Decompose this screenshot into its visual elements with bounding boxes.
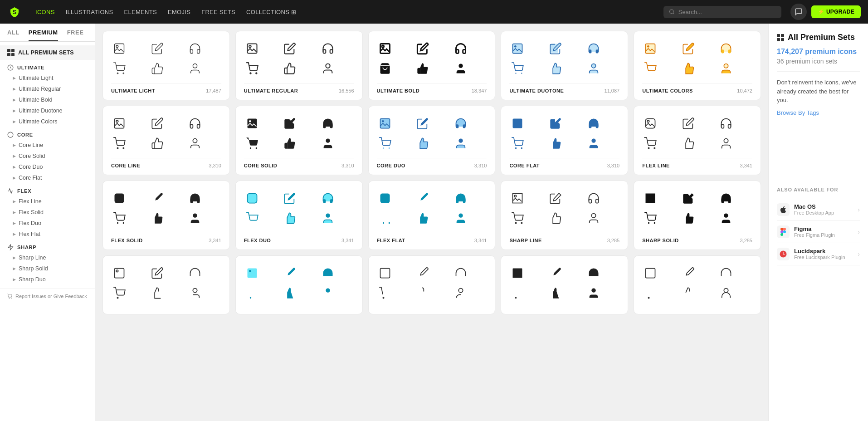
nav-emojis[interactable]: EMOJIS [163,6,195,18]
sidebar-item-core-duo[interactable]: ▶ Core Duo [0,162,95,172]
svg-point-84 [515,297,517,299]
upgrade-button[interactable]: ⚡ UPGRADE [811,5,861,18]
card-icon [282,135,298,152]
sidebar-section-core[interactable]: CORE [0,127,95,140]
card-icon [377,265,393,281]
card-icon [414,190,431,206]
card-icon [642,135,658,152]
svg-rect-76 [247,269,257,278]
card-count: 11,087 [605,88,620,93]
card-core-solid[interactable]: CORE SOLID 3,310 [235,106,363,175]
nav-icons[interactable]: ICONS [31,6,59,18]
svg-point-10 [123,73,124,73]
card-row4-4[interactable] [501,255,628,314]
card-ultimate-light[interactable]: ULTIMATE LIGHT 17,487 [102,31,230,100]
nav-collections[interactable]: COLLECTIONS ⊞ [242,6,301,18]
sidebar-report[interactable]: Report Issues or Give Feedback [0,289,95,304]
card-icon [547,115,564,132]
sidebar-item-sharp-duo[interactable]: ▶ Sharp Duo [0,274,95,285]
browse-tags-link[interactable]: Browse By Tags [777,109,860,116]
tab-free[interactable]: FREE [67,29,84,41]
card-icon [547,190,564,206]
card-icon [509,40,526,57]
card-icon [320,265,336,281]
sidebar-section-sharp[interactable]: SHARP [0,240,95,252]
sidebar-item-core-line[interactable]: ▶ Core Line [0,140,95,151]
platform-lucidspark[interactable]: Lucidspark Free Lucidspark Plugin › [777,243,860,265]
card-core-line[interactable]: CORE LINE 3,310 [102,106,230,175]
card-row4-2[interactable] [235,255,363,314]
svg-point-33 [193,139,197,143]
sidebar-item-core-flat[interactable]: ▶ Core Flat [0,172,95,183]
tab-all[interactable]: ALL [7,29,20,41]
card-ultimate-colors[interactable]: ULTIMATE COLORS 10,472 [634,31,761,100]
card-icon [453,60,469,77]
sidebar-item-sharp-solid[interactable]: ▶ Sharp Solid [0,263,95,274]
sidebar-item-flex-line[interactable]: ▶ Flex Line [0,196,95,207]
tab-premium[interactable]: PREMIUM [29,29,58,41]
nav-illustrations[interactable]: ILLUSTRATIONS [61,6,118,18]
sidebar-item-sharp-line[interactable]: ▶ Sharp Line [0,252,95,263]
sidebar-all-premium[interactable]: ALL PREMIUM SETS [0,45,95,60]
card-flex-duo[interactable]: FLEX DUO 3,341 [235,181,363,250]
right-panel-title: All Premium Sets [777,33,860,42]
platform-figma[interactable]: Figma Free Figma Plugin › [777,221,860,243]
card-icon [547,210,564,226]
card-ultimate-bold[interactable]: ULTIMATE BOLD 18,347 [368,31,496,100]
sidebar-item-flex-flat[interactable]: ▶ Flex Flat [0,229,95,240]
card-icons [377,115,487,152]
card-row4-3[interactable] [368,255,496,314]
card-sharp-line[interactable]: SHARP LINE 3,285 [501,181,628,250]
card-core-duo[interactable]: CORE DUO 3,310 [368,106,496,175]
nav-elements[interactable]: ELEMENTS [119,6,161,18]
card-row4-5[interactable] [634,255,761,314]
platform-info: Mac OS Free Desktop App [794,203,853,215]
card-icons [111,115,221,152]
card-icon [453,115,469,132]
chat-button[interactable] [790,4,807,20]
svg-point-38 [326,139,330,143]
also-available-label: ALSO AVAILABLE FOR [777,187,860,192]
logo[interactable]: S [7,5,22,19]
tabs: ALL PREMIUM FREE [0,24,95,42]
card-sharp-solid[interactable]: SHARP SOLID 3,285 [634,181,761,250]
card-flex-line[interactable]: FLEX LINE 3,341 [634,106,761,175]
card-ultimate-duotone[interactable]: ULTIMATE DUOTONE 11,087 [501,31,628,100]
card-flex-flat[interactable]: FLEX FLAT 3,341 [368,181,496,250]
sidebar-section-flex[interactable]: FLEX [0,183,95,196]
sidebar-item-ultimate-duotone[interactable]: ▶ Ultimate Duotone [0,105,95,116]
apple-icon [777,203,790,216]
card-ultimate-regular[interactable]: ULTIMATE REGULAR 16,556 [235,31,363,100]
platform-name: Figma [794,225,853,232]
svg-rect-17 [380,44,390,54]
platform-macos[interactable]: Mac OS Free Desktop App › [777,199,860,221]
sidebar-item-ultimate-colors[interactable]: ▶ Ultimate Colors [0,116,95,127]
arrow-icon: ▶ [13,154,16,158]
sidebar-item-flex-solid[interactable]: ▶ Flex Solid [0,207,95,218]
card-icon [509,265,526,281]
card-icon [187,190,203,206]
arrow-icon: ▶ [13,98,16,102]
svg-rect-39 [380,119,390,128]
arrow-icon: ▶ [13,76,16,80]
sidebar-item-flex-duo[interactable]: ▶ Flex Duo [0,218,95,229]
card-flex-solid[interactable]: FLEX SOLID 3,341 [102,181,230,250]
svg-point-42 [388,147,390,149]
card-icon [111,210,127,226]
card-footer: FLEX DUO 3,341 [244,233,354,243]
card-icon [680,265,697,281]
sidebar-item-ultimate-bold[interactable]: ▶ Ultimate Bold [0,94,95,105]
card-icon [187,40,203,57]
nav-free-sets[interactable]: FREE SETS [197,6,240,18]
card-icon [282,210,298,226]
card-icon [149,60,166,77]
sidebar-item-core-solid[interactable]: ▶ Core Solid [0,151,95,162]
sidebar-section-ultimate[interactable]: ULTIMATE [0,60,95,73]
card-row4-1[interactable] [102,255,230,314]
sidebar-item-ultimate-light[interactable]: ▶ Ultimate Light [0,73,95,83]
search-input[interactable] [678,9,776,15]
card-core-flat[interactable]: CORE FLAT 3,310 [501,106,628,175]
platform-sub: Free Figma Plugin [794,232,853,238]
svg-point-55 [123,222,125,224]
sidebar-item-ultimate-regular[interactable]: ▶ Ultimate Regular [0,83,95,94]
